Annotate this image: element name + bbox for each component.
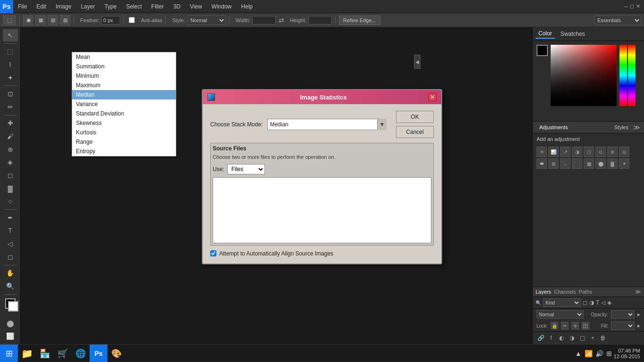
taskbar-explorer[interactable]: 📁	[18, 345, 36, 362]
clock-time: 07:48 PM	[614, 348, 640, 354]
menu-3d[interactable]: 3D	[168, 0, 185, 13]
option-skewness[interactable]: Skewness	[72, 118, 176, 128]
ok-button[interactable]: OK	[396, 111, 434, 123]
layer-adj-btn[interactable]: ◑	[568, 334, 576, 342]
height-label: Height:	[290, 17, 306, 23]
dialog-icon	[207, 93, 215, 101]
volume-icon[interactable]: 🔊	[595, 350, 603, 357]
source-files-title: Source Files	[213, 145, 431, 152]
menu-type[interactable]: Type	[99, 0, 121, 13]
menu-filter[interactable]: Filter	[147, 0, 169, 13]
layer-fx-btn[interactable]: f	[547, 334, 555, 342]
start-button[interactable]: ⊞	[0, 345, 18, 362]
feather-label: Feather:	[80, 17, 99, 23]
taskbar-chrome[interactable]: 🌐	[72, 345, 90, 362]
toolbar-separator-5	[229, 16, 230, 25]
menu-edit[interactable]: Edit	[32, 0, 51, 13]
taskbar-right: ▲ 📶 🔊 ⊞ 07:48 PM 12-08-2015	[571, 348, 644, 359]
menu-help[interactable]: Help	[236, 0, 257, 13]
toolbar-separator-6	[335, 16, 336, 25]
layers-actions: 🔗 f ◐ ◑ ▢ + 🗑	[533, 331, 644, 344]
dialog-overlay: Image Statistics ✕ Choose Stack Mode: Me…	[0, 27, 644, 326]
dialog-body: Choose Stack Mode: Mean Summation Minimu…	[203, 104, 441, 263]
align-checkbox-row: Attempt to Automatically Align Source Im…	[210, 250, 434, 257]
option-mean[interactable]: Mean	[72, 52, 176, 62]
source-files-box: Source Files Choose two or more files to…	[210, 143, 434, 245]
style-select[interactable]: Normal Fixed Ratio Fixed Size	[187, 16, 226, 25]
width-label: Width:	[236, 17, 250, 23]
window-restore-btn[interactable]: ◻	[630, 3, 634, 9]
width-input[interactable]	[252, 16, 276, 25]
stack-mode-select-container: Mean Summation Minimum Maximum Median Va…	[267, 119, 387, 130]
feather-input[interactable]	[101, 16, 120, 25]
dialog-main-section: Source Files Choose two or more files to…	[210, 143, 434, 245]
tray-arrow[interactable]: ▲	[575, 350, 582, 357]
stack-mode-select[interactable]: Mean Summation Minimum Maximum Median Va…	[267, 119, 387, 130]
taskbar-other[interactable]: 🎨	[107, 345, 125, 362]
option-maximum[interactable]: Maximum	[72, 81, 176, 90]
source-files-desc: Choose two or more files to perform the …	[213, 154, 431, 161]
layer-group-btn[interactable]: ▢	[578, 334, 586, 342]
refine-edge-btn[interactable]: Refine Edge...	[339, 16, 380, 25]
menu-image[interactable]: Image	[51, 0, 76, 13]
screen-mode-btn[interactable]: ⬜	[3, 330, 18, 342]
option-kurtosis[interactable]: Kurtosis	[72, 128, 176, 137]
stack-mode-row: Choose Stack Mode: Mean Summation Minimu…	[210, 111, 434, 138]
cancel-button[interactable]: Cancel	[396, 126, 434, 138]
taskbar-photoshop[interactable]: Ps	[90, 345, 107, 362]
taskbar-amazon[interactable]: 🛒	[54, 345, 72, 362]
height-input[interactable]	[308, 16, 332, 25]
option-summation[interactable]: Summation	[72, 62, 176, 71]
toolbar-separator	[19, 16, 20, 25]
ok-cancel-section: OK Cancel	[396, 111, 434, 138]
use-row: Use: Files Folders	[213, 164, 431, 174]
align-checkbox[interactable]	[210, 250, 216, 256]
toolbar-separator-2	[74, 16, 74, 25]
toolbar: ⬚ ▣ ▦ ▧ ▨ Feather: Anti-alias Style: Nor…	[0, 13, 644, 27]
menu-select[interactable]: Select	[121, 0, 146, 13]
image-statistics-dialog: Image Statistics ✕ Choose Stack Mode: Me…	[202, 89, 442, 264]
network-icon[interactable]: 📶	[585, 350, 593, 357]
layer-new-btn[interactable]: +	[588, 334, 597, 342]
option-minimum[interactable]: Minimum	[72, 71, 176, 81]
anti-alias-checkbox[interactable]	[129, 17, 135, 23]
menu-file[interactable]: File	[13, 0, 32, 13]
menu-window[interactable]: Window	[207, 0, 237, 13]
use-select[interactable]: Files Folders	[227, 164, 265, 174]
layer-delete-btn[interactable]: 🗑	[599, 334, 607, 342]
workspace-select[interactable]: Essentials Design Painting	[594, 16, 641, 25]
files-list[interactable]	[213, 177, 431, 243]
marquee-tool-btn[interactable]: ⬚	[3, 15, 16, 25]
swap-btn[interactable]: ⇄	[278, 16, 285, 24]
taskbar-store[interactable]: 🏪	[36, 345, 54, 362]
toolbar-btn-4[interactable]: ▨	[60, 15, 70, 25]
source-files-section: Source Files Choose two or more files to…	[210, 143, 434, 245]
system-tray: ▲ 📶 🔊 ⊞	[575, 350, 612, 357]
menu-layer[interactable]: Layer	[76, 0, 99, 13]
align-label: Attempt to Automatically Align Source Im…	[219, 250, 333, 257]
window-close-btn[interactable]: ✕	[636, 3, 640, 9]
menu-view[interactable]: View	[185, 0, 207, 13]
dialog-close-btn[interactable]: ✕	[428, 93, 437, 101]
toolbar-btn-1[interactable]: ▣	[23, 15, 33, 25]
taskbar: ⊞ 📁 🏪 🛒 🌐 Ps 🎨 ▲ 📶 🔊 ⊞ 07:48 PM 12-08-20…	[0, 344, 644, 362]
clock[interactable]: 07:48 PM 12-08-2015	[614, 348, 640, 359]
option-std-dev[interactable]: Standard Deviation	[72, 109, 176, 118]
dialog-title-bar: Image Statistics ✕	[203, 90, 441, 104]
dialog-title: Image Statistics	[219, 94, 428, 101]
use-label: Use:	[213, 166, 224, 173]
option-entropy[interactable]: Entropy	[72, 147, 176, 156]
windows-icon[interactable]: ⊞	[606, 350, 612, 357]
toolbar-btn-3[interactable]: ▧	[48, 15, 58, 25]
toolbar-separator-4	[165, 16, 166, 25]
window-minimize-btn[interactable]: ─	[624, 4, 628, 9]
toolbar-btn-2[interactable]: ▦	[35, 15, 46, 25]
option-variance[interactable]: Variance	[72, 99, 176, 109]
option-median[interactable]: Median	[72, 90, 176, 99]
style-label: Style:	[172, 17, 185, 23]
layer-mask-btn[interactable]: ◐	[557, 334, 566, 342]
layer-link-btn[interactable]: 🔗	[537, 334, 545, 342]
option-range[interactable]: Range	[72, 137, 176, 147]
app-logo: Ps	[0, 0, 13, 13]
main-area: ↖ ⬚ ⌇ ✦ ⊡ ✏ ✚ 🖌 ⊕ ◈ ◻ ▓ ○ ✒ T ◁ ◻ ✋ 🔍 ⬤ …	[0, 27, 644, 344]
